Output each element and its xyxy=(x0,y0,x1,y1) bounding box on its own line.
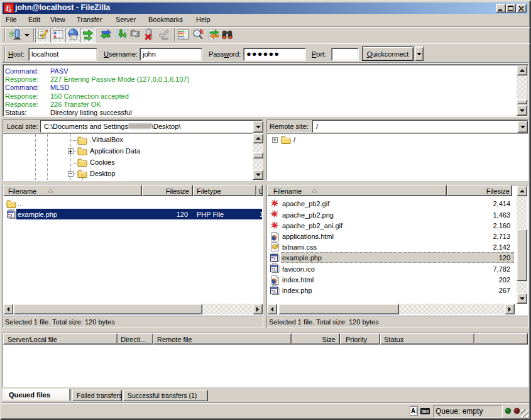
svg-text:z: z xyxy=(8,6,11,13)
